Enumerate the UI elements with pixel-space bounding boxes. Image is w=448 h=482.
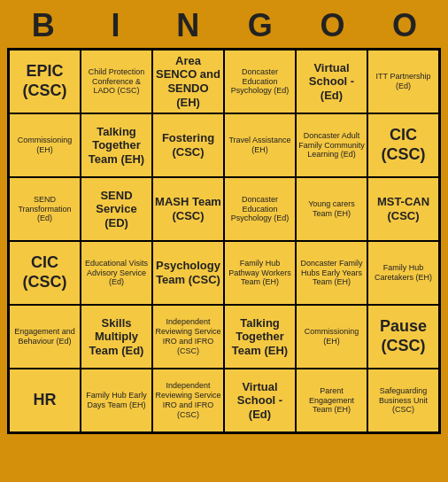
bingo-cell-18[interactable]: CIC (CSC) [9, 241, 81, 305]
bingo-cell-22[interactable]: Doncaster Family Hubs Early Years Team (… [296, 241, 367, 305]
bingo-cell-25[interactable]: Skills Multiply Team (Ed) [81, 305, 152, 369]
bingo-cell-5[interactable]: ITT Partnership (Ed) [367, 50, 439, 113]
bingo-cell-13[interactable]: SEND Service (ED) [81, 177, 152, 241]
bingo-title: BINGOO [7, 7, 441, 44]
bingo-cell-34[interactable]: Parent Engagement Team (EH) [296, 369, 367, 432]
bingo-cell-27[interactable]: Talking Together Team (EH) [224, 305, 296, 369]
bingo-cell-2[interactable]: Area SENCO and SENDO (EH) [152, 50, 224, 113]
bingo-cell-9[interactable]: Travel Assistance (EH) [224, 113, 296, 177]
bingo-cell-20[interactable]: Psychology Team (CSC) [152, 241, 224, 305]
bingo-letter-b0: B [7, 7, 80, 44]
bingo-letter-o5: O [368, 7, 441, 44]
bingo-cell-35[interactable]: Safeguarding Business Unit (CSC) [367, 369, 439, 432]
bingo-cell-7[interactable]: Talking Together Team (EH) [81, 113, 152, 177]
bingo-cell-33[interactable]: Virtual School - (Ed) [224, 369, 296, 432]
bingo-letter-i1: I [80, 7, 152, 44]
bingo-cell-24[interactable]: Engagement and Behaviour (Ed) [9, 305, 81, 369]
bingo-cell-28[interactable]: Commissioning (EH) [296, 305, 367, 369]
bingo-cell-26[interactable]: Independent Reviewing Service IRO and IF… [152, 305, 224, 369]
bingo-cell-32[interactable]: Independent Reviewing Service IRO and IF… [152, 369, 224, 432]
bingo-cell-1[interactable]: Child Protection Conference & LADO (CSC) [81, 50, 152, 113]
bingo-cell-10[interactable]: Doncaster Adult Family Community Learnin… [296, 113, 367, 177]
bingo-cell-31[interactable]: Family Hub Early Days Team (EH) [81, 369, 152, 432]
bingo-cell-21[interactable]: Family Hub Pathway Workers Team (EH) [224, 241, 296, 305]
bingo-cell-16[interactable]: Young carers Team (EH) [296, 177, 367, 241]
bingo-cell-23[interactable]: Family Hub Caretakers (EH) [367, 241, 439, 305]
bingo-cell-14[interactable]: MASH Team (CSC) [152, 177, 224, 241]
bingo-letter-n2: N [151, 7, 224, 44]
bingo-cell-15[interactable]: Doncaster Education Psychology (Ed) [224, 177, 296, 241]
bingo-cell-3[interactable]: Doncaster Education Psychology (Ed) [224, 50, 296, 113]
bingo-cell-6[interactable]: Commissioning (EH) [9, 113, 81, 177]
bingo-cell-30[interactable]: HR [9, 369, 81, 432]
bingo-cell-11[interactable]: CIC (CSC) [367, 113, 439, 177]
bingo-cell-4[interactable]: Virtual School - (Ed) [296, 50, 367, 113]
bingo-cell-0[interactable]: EPIC (CSC) [9, 50, 81, 113]
bingo-cell-17[interactable]: MST-CAN (CSC) [367, 177, 439, 241]
bingo-cell-12[interactable]: SEND Transformation (Ed) [9, 177, 81, 241]
bingo-letter-o4: O [297, 7, 369, 44]
bingo-letter-g3: G [224, 7, 297, 44]
bingo-grid: EPIC (CSC)Child Protection Conference & … [7, 48, 441, 434]
bingo-cell-29[interactable]: Pause (CSC) [367, 305, 439, 369]
bingo-cell-8[interactable]: Fostering (CSC) [152, 113, 224, 177]
bingo-cell-19[interactable]: Educational Visits Advisory Service (Ed) [81, 241, 152, 305]
